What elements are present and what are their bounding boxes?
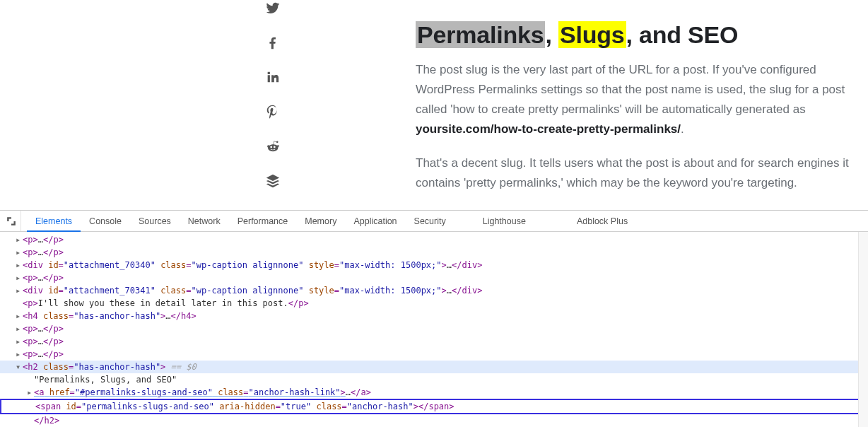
dom-node[interactable]: ▸<p>…</p> [0, 233, 868, 246]
dom-node[interactable]: ▸<a href="#permalinks-slugs-and-seo" cla… [0, 386, 868, 399]
tab-performance[interactable]: Performance [229, 211, 297, 232]
dom-node[interactable]: ▸<div id="attachment_70340" class="wp-ca… [0, 259, 868, 271]
twitter-icon[interactable] [265, 0, 281, 19]
dom-node[interactable]: ▸<div id="attachment_70341" class="wp-ca… [0, 284, 868, 297]
dom-node[interactable]: ▸<h4 class="has-anchor-hash">…</h4> [0, 310, 868, 322]
email-icon[interactable] [265, 208, 281, 210]
heading-highlight-yellow: Slugs [558, 21, 626, 48]
tab-application[interactable]: Application [345, 211, 405, 232]
reddit-icon[interactable] [265, 139, 281, 158]
tab-lighthouse[interactable]: Lighthouse [474, 211, 534, 232]
social-share-column [259, 0, 287, 210]
dom-node[interactable]: ▸<p>…</p> [0, 271, 868, 284]
devtools-tabbar: Elements Console Sources Network Perform… [0, 211, 868, 232]
dom-node-close[interactable]: </h2> [0, 414, 868, 427]
tab-security[interactable]: Security [406, 211, 454, 232]
tab-console[interactable]: Console [81, 211, 130, 232]
buffer-icon[interactable] [265, 173, 281, 192]
dom-node-selected[interactable]: ▾<h2 class="has-anchor-hash"> == $0 [0, 361, 868, 373]
tab-network[interactable]: Network [180, 211, 229, 232]
example-url: yoursite.com/how-to-create-pretty-permal… [416, 122, 681, 136]
facebook-icon[interactable] [265, 35, 281, 54]
article-heading: Permalinks, Slugs, and SEO [416, 21, 868, 49]
dom-tree[interactable]: ▸<p>…</p> ▸<p>…</p> ▸<div id="attachment… [0, 232, 868, 427]
tab-sources[interactable]: Sources [130, 211, 180, 232]
article-paragraph-2: That's a decent slug. It tells users wha… [416, 153, 868, 193]
linkedin-icon[interactable] [265, 69, 281, 88]
scrollbar-gutter[interactable] [858, 232, 868, 427]
pinterest-icon[interactable] [265, 104, 281, 123]
inspect-icon[interactable] [6, 211, 21, 231]
article-viewport: Permalinks, Slugs, and SEO The post slug… [0, 0, 868, 210]
dom-node[interactable]: ▸<p>…</p> [0, 335, 868, 348]
tab-adblock[interactable]: Adblock Plus [568, 211, 636, 232]
heading-highlight-grey: Permalinks [416, 21, 545, 48]
article-paragraph-1: The post slug is the very last part of t… [416, 60, 868, 139]
dom-node[interactable]: ▸<p>…</p> [0, 322, 868, 335]
dom-node[interactable]: ▸<p>…</p> [0, 246, 868, 259]
dom-node[interactable]: <p>I'll show you these in detail later i… [0, 297, 868, 310]
devtools-panel: Elements Console Sources Network Perform… [0, 210, 868, 427]
tab-elements[interactable]: Elements [27, 211, 81, 232]
dom-text-node[interactable]: "Permalinks, Slugs, and SEO" [0, 373, 868, 386]
tab-memory[interactable]: Memory [296, 211, 345, 232]
dom-node-highlighted[interactable]: <span id="permalinks-slugs-and-seo" aria… [0, 399, 868, 414]
dom-node[interactable]: ▸<p>…</p> [0, 348, 868, 361]
